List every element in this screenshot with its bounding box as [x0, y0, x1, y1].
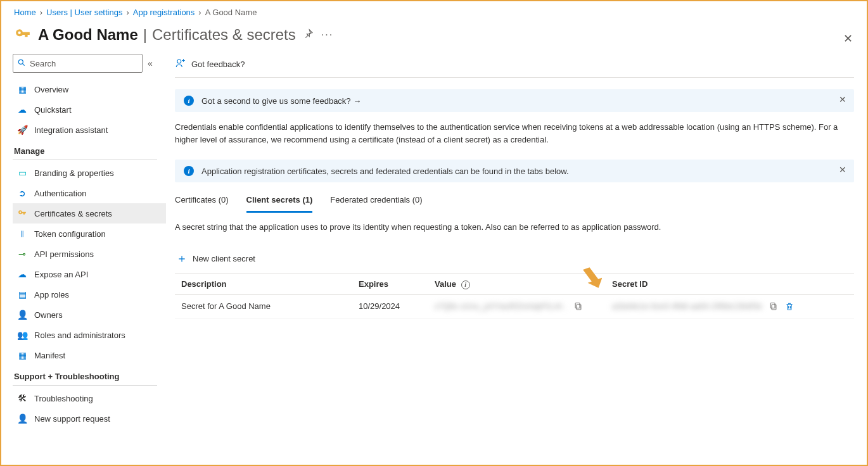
manifest-icon: ▦ [16, 350, 28, 360]
cell-expires: 10/29/2024 [352, 294, 428, 318]
sidebar-item-certificates-secrets[interactable]: Certificates & secrets [13, 203, 166, 224]
breadcrumb: Home › Users | User settings › App regis… [1, 1, 867, 23]
sidebar-item-integration-assistant[interactable]: 🚀 Integration assistant [13, 120, 166, 140]
sidebar-item-label: Integration assistant [34, 125, 108, 135]
api-permissions-icon: ⊸ [16, 249, 28, 259]
dismiss-banner-icon[interactable]: ✕ [839, 165, 846, 175]
cell-secret-id: a2bd4e1e-0ce3-4fb6-aa54-2f90e130df3e [606, 294, 854, 318]
tab-certificates[interactable]: Certificates (0) [175, 191, 229, 213]
page-subtitle: Certificates & secrets [152, 26, 296, 44]
credentials-description: Credentials enable confidential applicat… [175, 121, 854, 146]
tab-federated-credentials[interactable]: Federated credentials (0) [330, 191, 422, 213]
sidebar-item-label: Token configuration [34, 229, 106, 239]
token-icon: ⦀ [16, 229, 28, 239]
sidebar-item-label: Owners [34, 310, 63, 320]
pin-icon[interactable] [303, 28, 314, 41]
close-icon[interactable]: ✕ [843, 32, 853, 46]
sidebar-item-label: New support request [34, 414, 110, 424]
key-icon [14, 26, 32, 44]
sidebar-item-overview[interactable]: ▦ Overview [13, 79, 166, 99]
sidebar-item-label: Manifest [34, 351, 65, 360]
more-icon[interactable]: ··· [321, 29, 333, 41]
main-content: Got feedback? i Got a second to give us … [166, 51, 867, 458]
breadcrumb-current: A Good Name [205, 8, 257, 17]
sidebar-item-label: API permissions [34, 249, 94, 259]
cloud-icon: ☁ [16, 104, 28, 115]
sidebar-item-manifest[interactable]: ▦ Manifest [13, 345, 166, 365]
credentials-tabs: Certificates (0) Client secrets (1) Fede… [175, 191, 854, 213]
chevron-right-icon: › [40, 8, 42, 17]
search-icon [17, 58, 26, 69]
page-header: A Good Name | Certificates & secrets ··· [1, 23, 867, 51]
sidebar-item-label: Overview [34, 85, 68, 94]
dismiss-banner-icon[interactable]: ✕ [839, 94, 846, 104]
tabs-info-banner: i Application registration certificates,… [175, 160, 854, 182]
copy-value-icon[interactable] [573, 301, 583, 311]
svg-point-2 [177, 60, 181, 63]
sidebar-item-label: Certificates & secrets [34, 209, 112, 218]
feedback-banner-text[interactable]: Got a second to give us some feedback? → [201, 96, 361, 106]
collapse-sidebar-icon[interactable]: « [148, 58, 153, 68]
sidebar-item-label: App roles [34, 290, 69, 299]
sidebar: Search « ▦ Overview ☁ Quickstart 🚀 Integ… [1, 51, 166, 458]
secret-id-masked: a2bd4e1e-0ce3-4fb6-aa54-2f90e130df3e [612, 302, 762, 311]
breadcrumb-app-registrations[interactable]: App registrations [133, 8, 195, 17]
svg-rect-3 [577, 305, 581, 310]
col-secret-id: Secret ID [606, 274, 854, 295]
svg-point-0 [18, 60, 23, 64]
copy-id-icon[interactable] [769, 301, 778, 311]
svg-rect-5 [772, 305, 776, 310]
sidebar-item-quickstart[interactable]: ☁ Quickstart [13, 99, 166, 120]
sidebar-group-support: Support + Troubleshooting [13, 365, 157, 386]
svg-rect-4 [575, 303, 580, 308]
secret-value-masked: x7Q8s oUvu_pXYwuRZmAdpFtLvh . [435, 302, 567, 311]
delete-secret-icon[interactable] [784, 301, 795, 312]
roles-admins-icon: 👥 [16, 330, 28, 340]
sidebar-item-new-support-request[interactable]: 👤 New support request [13, 408, 166, 429]
branding-icon: ▭ [16, 168, 28, 178]
sidebar-item-troubleshooting[interactable]: 🛠 Troubleshooting [13, 388, 166, 408]
col-description: Description [175, 274, 352, 295]
grid-icon: ▦ [16, 84, 28, 94]
info-icon: i [184, 166, 194, 176]
tab-client-secrets[interactable]: Client secrets (1) [246, 191, 313, 213]
wrench-icon: 🛠 [16, 393, 28, 403]
cell-description: Secret for A Good Name [175, 294, 352, 318]
key-icon [16, 209, 28, 218]
got-feedback-button[interactable]: Got feedback? [175, 58, 245, 71]
expose-api-icon: ☁ [16, 269, 28, 279]
info-tip-icon[interactable]: i [461, 280, 470, 289]
sidebar-item-token-configuration[interactable]: ⦀ Token configuration [13, 224, 166, 244]
col-expires: Expires [352, 274, 428, 295]
breadcrumb-home[interactable]: Home [14, 8, 36, 17]
sidebar-group-manage: Manage [13, 140, 157, 160]
search-placeholder: Search [30, 59, 56, 68]
got-feedback-label: Got feedback? [191, 60, 245, 69]
sidebar-item-roles-admins[interactable]: 👥 Roles and administrators [13, 325, 166, 345]
support-icon: 👤 [16, 413, 28, 424]
sidebar-item-app-roles[interactable]: ▤ App roles [13, 284, 166, 305]
breadcrumb-users[interactable]: Users | User settings [46, 8, 122, 17]
sidebar-item-authentication[interactable]: ➲ Authentication [13, 183, 166, 203]
sidebar-item-expose-api[interactable]: ☁ Expose an API [13, 264, 166, 284]
cell-value: x7Q8s oUvu_pXYwuRZmAdpFtLvh . [428, 294, 606, 318]
sidebar-item-label: Roles and administrators [34, 331, 125, 340]
app-roles-icon: ▤ [16, 289, 28, 299]
owners-icon: 👤 [16, 310, 28, 320]
sidebar-item-label: Quickstart [34, 105, 72, 115]
search-input[interactable]: Search [13, 54, 143, 73]
sidebar-item-api-permissions[interactable]: ⊸ API permissions [13, 244, 166, 264]
sidebar-item-label: Branding & properties [34, 168, 114, 178]
sidebar-item-label: Expose an API [34, 270, 88, 279]
sidebar-item-branding[interactable]: ▭ Branding & properties [13, 163, 166, 183]
plus-icon: ＋ [176, 251, 188, 266]
sidebar-item-label: Authentication [34, 189, 86, 198]
chevron-right-icon: › [126, 8, 129, 17]
sidebar-item-owners[interactable]: 👤 Owners [13, 305, 166, 325]
new-client-secret-label: New client secret [193, 254, 255, 263]
page-title: A Good Name [38, 26, 138, 44]
col-value: Value i [428, 274, 606, 295]
toolbar: Got feedback? [175, 54, 854, 78]
feedback-icon [175, 58, 186, 71]
new-client-secret-button[interactable]: ＋ New client secret [175, 247, 854, 270]
